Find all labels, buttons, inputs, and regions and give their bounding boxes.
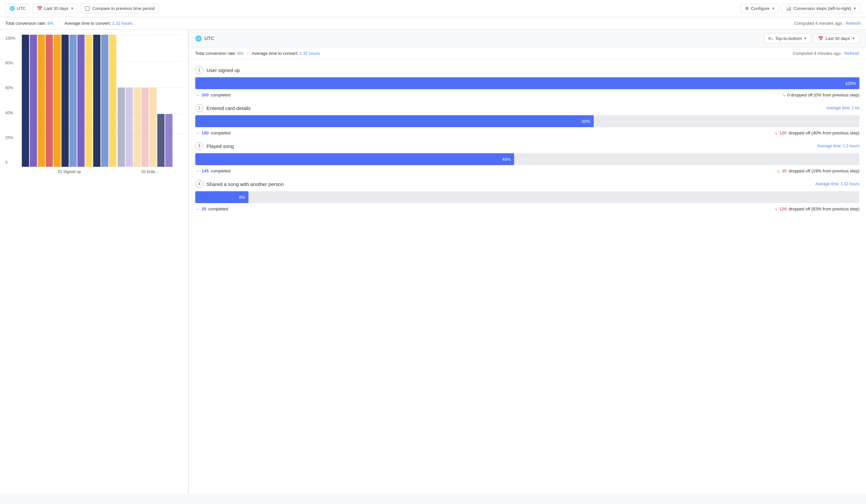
timezone-selector[interactable]: 🌐 UTC <box>5 4 30 13</box>
globe-icon: 🌐 <box>195 35 202 42</box>
panel-avg-time: Average time to convert: 1.32 hours <box>252 51 320 56</box>
panel-stats-left: Total conversion rate: 8% Average time t… <box>195 51 793 56</box>
step-1-completed: → 300 completed <box>195 92 231 98</box>
panel-stats-bar: Total conversion rate: 8% Average time t… <box>189 47 866 59</box>
conversion-steps-selector[interactable]: 📊 Conversion steps (left-to-right) ▼ <box>782 4 861 13</box>
bar-9 <box>85 35 92 167</box>
bar-h5 <box>149 88 157 167</box>
step-1-count: 300 <box>201 92 209 98</box>
panel-avg-time-value[interactable]: 1.32 hours <box>299 51 320 56</box>
sort-selector[interactable]: ≡↓ Top-to-bottom ▼ <box>764 33 811 43</box>
stats-divider <box>59 21 59 26</box>
arrow-icon: → <box>195 168 200 173</box>
refresh-link-top[interactable]: Refresh <box>845 21 861 26</box>
step-3-avg-time: Average time: 1.2 hours <box>818 144 859 148</box>
compare-toggle[interactable]: Compare to previous time period <box>81 4 159 13</box>
step-3-dropped: ↘ 35 dropped off (19% from previous step… <box>776 168 859 173</box>
step-3-progress-label: 48% <box>502 157 511 162</box>
step-2-dropped: ↘ 120 dropped off (40% from previous ste… <box>774 131 859 135</box>
step-1-progress-label: 100% <box>845 81 856 86</box>
avg-time-label: Average time to convert: 1.32 hours <box>64 21 133 26</box>
step-4-avg-time: Average time: 1.32 hours <box>815 182 859 186</box>
conversion-steps-label: Conversion steps (left-to-right) <box>793 6 851 11</box>
step-2-completed: → 180 completed <box>195 131 231 135</box>
step-1-header: 1 User signed up <box>195 66 859 74</box>
arrow-icon: → <box>195 92 200 98</box>
checkbox-icon <box>85 6 90 11</box>
step-1-dropped: ↘ 0 dropped off (0% from previous step) <box>782 92 859 98</box>
bars-area <box>22 35 183 167</box>
chevron-down-icon: ▼ <box>852 37 855 40</box>
chart-container: 01 Signed up 02 Ente... <box>22 35 183 174</box>
bar-11 <box>101 35 108 167</box>
total-conversion-value[interactable]: 8% <box>47 21 54 26</box>
panel-date-range: Last 30 days <box>825 36 850 41</box>
top-bar-left: 🌐 UTC 📅 Last 30 days ▼ Compare to previo… <box>5 4 738 13</box>
step-3-dropped-count: 35 <box>782 168 786 173</box>
step-2-stats: → 180 completed ↘ 120 dropped off (40% f… <box>195 131 859 135</box>
steps-icon: 📊 <box>786 6 791 11</box>
panel-date-range-selector[interactable]: 📅 Last 30 days ▼ <box>814 34 859 43</box>
step-2-title: Entered card details <box>207 105 823 111</box>
configure-icon: ⚙ <box>745 6 749 11</box>
step-4-progress-container: 8% <box>195 191 859 203</box>
total-conversion-label: Total conversion rate: 8% <box>5 21 54 26</box>
step-2-progress-label: 60% <box>582 119 590 124</box>
chevron-down-icon: ▼ <box>70 7 74 10</box>
funnel-step-4: 4 Shared a song with another person Aver… <box>195 180 859 211</box>
drop-arrow-icon: ↘ <box>774 131 777 135</box>
panel-header-right: ≡↓ Top-to-bottom ▼ 📅 Last 30 days ▼ <box>764 33 859 43</box>
bar-10 <box>93 35 100 167</box>
bar-4 <box>46 35 53 167</box>
bar-7 <box>69 35 77 167</box>
step-1-title: User signed up <box>207 67 859 73</box>
panel-header-left: 🌐 UTC <box>195 35 760 42</box>
step-3-count: 145 <box>201 168 209 173</box>
drop-arrow-icon: ↘ <box>776 169 780 173</box>
date-range-selector[interactable]: 📅 Last 30 days ▼ <box>33 4 78 13</box>
panel-total-conversion: Total conversion rate: 8% <box>195 51 244 56</box>
globe-icon: 🌐 <box>10 6 15 11</box>
arrow-icon: → <box>195 206 200 211</box>
date-range-label: Last 30 days <box>44 6 69 11</box>
chart-area: 100% 80% 60% 40% 25% 0 <box>0 30 188 494</box>
step-1-stats: → 300 completed ↘ 0 dropped off (0% from… <box>195 92 859 98</box>
step-4-number: 4 <box>195 180 203 188</box>
funnel-step-3: 3 Played song Average time: 1.2 hours 48… <box>195 142 859 173</box>
panel-header: 🌐 UTC ≡↓ Top-to-bottom ▼ 📅 Last 30 days … <box>189 30 866 47</box>
step-4-header: 4 Shared a song with another person Aver… <box>195 180 859 188</box>
configure-button[interactable]: ⚙ Configure ▼ <box>741 4 779 13</box>
panel-stats-right: Computed 4 minutes ago · Refresh <box>793 51 859 56</box>
bar-h7-dark <box>165 114 173 167</box>
panel-refresh-link[interactable]: Refresh <box>844 51 859 56</box>
step-4-title: Shared a song with another person <box>207 181 812 187</box>
bar-h1 <box>118 88 125 167</box>
bar-5 <box>54 35 61 167</box>
step-1-progress-container: 100% <box>195 77 859 89</box>
step-3-stats: → 145 completed ↘ 35 dropped off (19% fr… <box>195 168 859 173</box>
x-label-1: 01 Signed up <box>22 169 117 174</box>
step-3-title: Played song <box>207 143 814 149</box>
step-4-completed: → 25 completed <box>195 206 228 211</box>
arrow-icon: → <box>195 131 200 135</box>
funnel-steps: 1 User signed up 100% → 300 completed <box>189 66 866 218</box>
bar-h2 <box>125 88 133 167</box>
step-4-progress-label: 8% <box>239 195 245 200</box>
sort-icon: ≡↓ <box>768 36 773 41</box>
stats-bar-right: Computed 4 minutes ago · Refresh <box>794 21 861 26</box>
step-4-dropped: ↘ 120 dropped off (83% from previous ste… <box>774 206 859 211</box>
step-3-progress-fill: 48% <box>195 153 514 165</box>
step-2-avg-time: Average time: 1 ho <box>826 106 859 110</box>
bar-8 <box>77 35 85 167</box>
step-2-number: 2 <box>195 104 203 112</box>
timezone-label: UTC <box>17 6 26 11</box>
panel-timezone: UTC <box>204 36 214 41</box>
avg-time-value[interactable]: 1.32 hours <box>112 21 132 26</box>
panel-conversion-value[interactable]: 8% <box>237 51 244 56</box>
bar-h3 <box>133 88 141 167</box>
step-2-dropped-count: 120 <box>779 131 787 135</box>
chevron-down-icon: ▼ <box>771 7 775 10</box>
stats-bar: Total conversion rate: 8% Average time t… <box>0 17 866 30</box>
x-axis-labels: 01 Signed up 02 Ente... <box>22 169 183 174</box>
step-2-header: 2 Entered card details Average time: 1 h… <box>195 104 859 112</box>
